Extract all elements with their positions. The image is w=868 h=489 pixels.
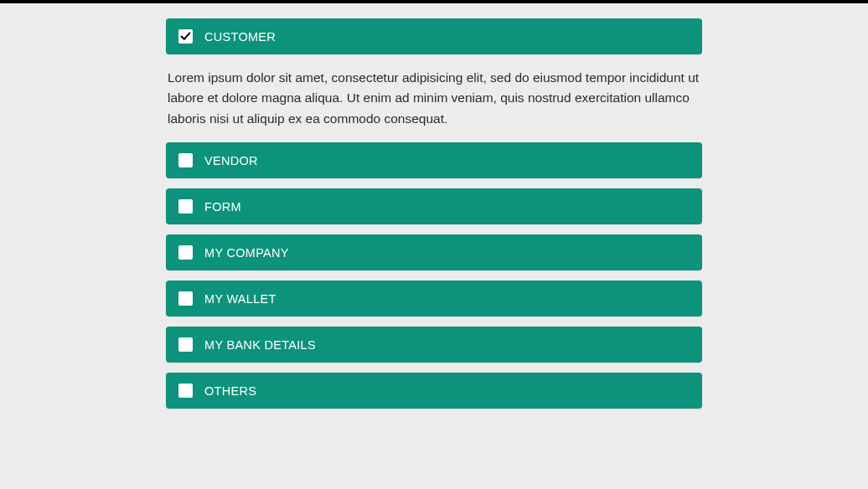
checkbox-icon[interactable] xyxy=(178,153,193,167)
accordion-label: FORM xyxy=(204,200,241,214)
accordion-item-my-wallet[interactable]: MY WALLET xyxy=(166,281,702,317)
accordion-label: OTHERS xyxy=(204,384,256,398)
accordion-label: VENDOR xyxy=(204,154,258,167)
top-bar xyxy=(0,0,868,3)
accordion-item-vendor[interactable]: VENDOR xyxy=(166,142,702,178)
accordion-item-others[interactable]: OTHERS xyxy=(166,373,702,409)
checkbox-icon[interactable] xyxy=(178,199,193,214)
accordion-label: MY WALLET xyxy=(204,292,276,306)
accordion-label: MY BANK DETAILS xyxy=(204,338,316,352)
checkbox-icon[interactable] xyxy=(178,291,193,306)
checkbox-icon[interactable] xyxy=(178,383,193,398)
checkbox-icon[interactable] xyxy=(178,245,193,260)
accordion-item-form[interactable]: FORM xyxy=(166,188,702,224)
accordion-item-customer[interactable]: CUSTOMER xyxy=(166,18,702,54)
checkbox-icon[interactable] xyxy=(178,337,193,352)
accordion-label: CUSTOMER xyxy=(204,30,276,44)
checkbox-icon[interactable] xyxy=(178,29,193,44)
accordion-label: MY COMPANY xyxy=(204,246,289,260)
accordion-item-my-company[interactable]: MY COMPANY xyxy=(166,234,702,270)
accordion-body-customer: Lorem ipsum dolor sit amet, consectetur … xyxy=(166,64,702,142)
accordion-item-my-bank-details[interactable]: MY BANK DETAILS xyxy=(166,327,702,363)
accordion-container: CUSTOMER Lorem ipsum dolor sit amet, con… xyxy=(166,18,702,409)
